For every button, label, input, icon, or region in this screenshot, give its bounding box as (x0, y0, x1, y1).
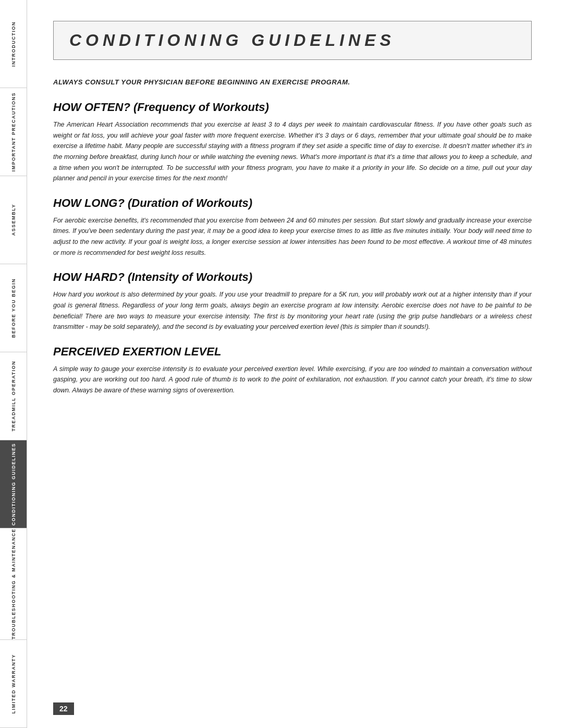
sidebar-label-introduction: INTRODUCTION (11, 21, 16, 67)
section-how-often: HOW OFTEN? (Frequency of Workouts) The A… (53, 101, 532, 184)
sidebar-item-troubleshooting[interactable]: TROUBLESHOOTING & MAINTENANCE (0, 528, 27, 640)
section-how-long: HOW LONG? (Duration of Workouts) For aer… (53, 196, 532, 258)
section-heading-how-often: HOW OFTEN? (Frequency of Workouts) (53, 101, 532, 114)
section-heading-perceived-exertion: PERCEIVED EXERTION LEVEL (53, 345, 532, 359)
section-heading-how-long: HOW LONG? (Duration of Workouts) (53, 196, 532, 210)
consult-notice: ALWAYS CONSULT YOUR PHYSICIAN BEFORE BEG… (53, 78, 532, 86)
sidebar: INTRODUCTION IMPORTANT PRECAUTIONS ASSEM… (0, 0, 27, 728)
sidebar-label-precautions: IMPORTANT PRECAUTIONS (11, 92, 16, 171)
section-body-perceived-exertion: A simple way to gauge your exercise inte… (53, 364, 532, 396)
sidebar-label-warranty: LIMITED WARRANTY (11, 654, 16, 714)
title-box: CONDITIONING GUIDELINES (53, 21, 532, 60)
main-content: CONDITIONING GUIDELINES ALWAYS CONSULT Y… (27, 0, 563, 728)
section-perceived-exertion: PERCEIVED EXERTION LEVEL A simple way to… (53, 345, 532, 396)
sidebar-item-before-you-begin[interactable]: BEFORE YOU BEGIN (0, 264, 27, 352)
sidebar-label-treadmill-operation: TREADMILL OPERATION (11, 361, 16, 431)
sidebar-item-conditioning-guidelines[interactable]: CONDITIONING GUIDELINES (0, 440, 27, 528)
section-how-hard: HOW HARD? (Intensity of Workouts) How ha… (53, 270, 532, 332)
section-body-how-often: The American Heart Association recommend… (53, 119, 532, 184)
sidebar-label-assembly: ASSEMBLY (11, 204, 16, 236)
sidebar-item-introduction[interactable]: INTRODUCTION (0, 0, 27, 88)
sidebar-item-warranty[interactable]: LIMITED WARRANTY (0, 640, 27, 728)
section-body-how-hard: How hard you workout is also determined … (53, 289, 532, 332)
sidebar-item-precautions[interactable]: IMPORTANT PRECAUTIONS (0, 88, 27, 176)
sidebar-label-troubleshooting: TROUBLESHOOTING & MAINTENANCE (11, 528, 16, 639)
sidebar-label-conditioning-guidelines: CONDITIONING GUIDELINES (11, 443, 16, 526)
sidebar-label-before-you-begin: BEFORE YOU BEGIN (11, 278, 16, 338)
page-title: CONDITIONING GUIDELINES (69, 31, 516, 50)
section-heading-how-hard: HOW HARD? (Intensity of Workouts) (53, 270, 532, 284)
sidebar-item-treadmill-operation[interactable]: TREADMILL OPERATION (0, 352, 27, 440)
page-number: 22 (53, 702, 74, 715)
section-body-how-long: For aerobic exercise benefits, it's reco… (53, 215, 532, 258)
sidebar-item-assembly[interactable]: ASSEMBLY (0, 176, 27, 264)
